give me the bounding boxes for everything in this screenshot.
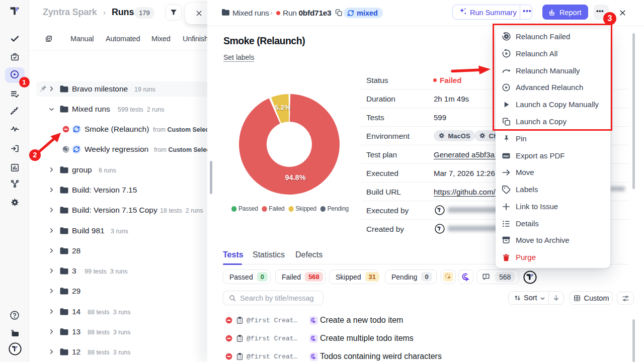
svg-text:5.2%: 5.2% — [275, 104, 291, 111]
svg-text:94.8%: 94.8% — [285, 173, 305, 182]
svg-text:PDF: PDF — [503, 154, 509, 157]
